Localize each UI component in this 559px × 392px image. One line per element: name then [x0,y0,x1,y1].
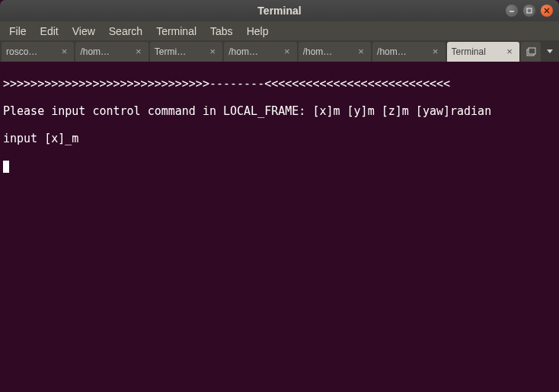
terminal-line: input [x]_m [3,132,556,145]
maximize-icon [526,8,532,14]
close-icon[interactable]: × [133,46,144,57]
terminal-cursor [3,161,9,173]
minimize-icon [509,8,515,14]
titlebar[interactable]: Terminal [0,0,559,21]
tab-3[interactable]: /hom… × [224,42,296,62]
menubar: File Edit View Search Terminal Tabs Help [0,21,559,40]
tab-label: /hom… [303,46,353,57]
tab-label: Terminal [452,46,501,57]
close-button[interactable] [541,5,553,17]
tab-2[interactable]: Termi… × [150,42,222,62]
tab-6[interactable]: Terminal × [447,42,519,62]
tab-label: /hom… [377,46,426,57]
menu-search[interactable]: Search [103,24,149,39]
close-icon[interactable]: × [59,46,69,57]
tab-4[interactable]: /hom… × [299,42,371,62]
tab-label: rosco… [6,46,56,57]
menu-tabs[interactable]: Tabs [204,24,239,39]
tab-label: Termi… [155,46,204,57]
tab-label: /hom… [228,46,278,57]
menu-help[interactable]: Help [241,24,275,39]
chevron-down-icon [547,49,553,54]
terminal-window: Terminal File Edit View Search Terminal … [0,0,559,392]
close-icon[interactable]: × [430,46,441,57]
tabs-dropdown-button[interactable] [542,42,557,62]
close-icon [544,8,550,14]
svg-rect-5 [529,48,535,54]
close-icon[interactable]: × [504,46,515,57]
menu-file[interactable]: File [3,24,33,39]
svg-rect-1 [527,8,532,13]
menu-view[interactable]: View [66,24,101,39]
terminal-line: Please input control command in LOCAL_FR… [3,104,556,118]
menu-terminal[interactable]: Terminal [150,24,203,39]
close-icon[interactable]: × [356,46,366,57]
tab-5[interactable]: /hom… × [372,42,445,62]
terminal-output[interactable]: >>>>>>>>>>>>>>>>>>>>>>>>>>>>>>--------<<… [0,62,559,392]
tab-label: /hom… [80,46,129,57]
window-controls [506,5,553,17]
window-title: Terminal [257,5,301,17]
new-tab-button[interactable] [521,42,541,62]
new-tab-icon [525,46,536,57]
terminal-line: >>>>>>>>>>>>>>>>>>>>>>>>>>>>>>--------<<… [3,77,556,91]
minimize-button[interactable] [506,5,518,17]
maximize-button[interactable] [523,5,535,17]
close-icon[interactable]: × [207,46,218,57]
close-icon[interactable]: × [282,46,292,57]
tab-0[interactable]: rosco… × [2,42,74,62]
tab-1[interactable]: /hom… × [75,42,148,62]
tabbar: rosco… × /hom… × Termi… × /hom… × /hom… … [0,40,559,62]
menu-edit[interactable]: Edit [34,24,65,39]
